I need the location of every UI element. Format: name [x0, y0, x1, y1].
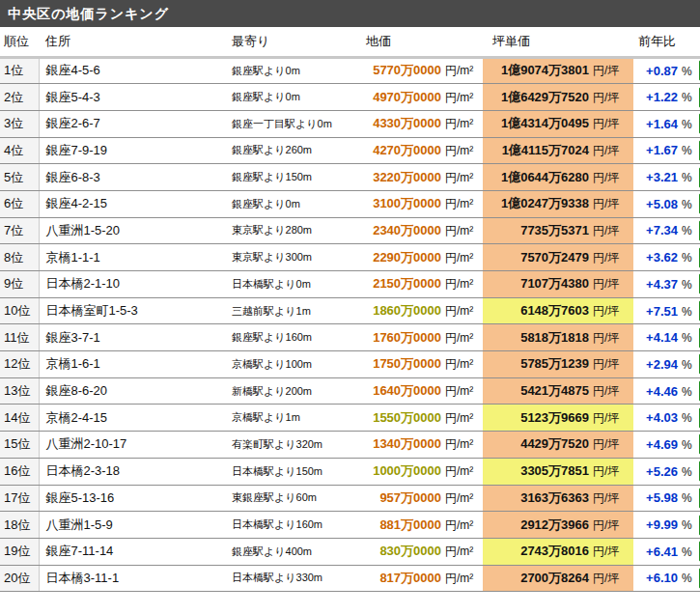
yoy-cell: +1.22% [633, 84, 697, 111]
price-value: 3100万0000 [373, 196, 441, 210]
price-unit: 円/m² [441, 223, 480, 239]
column-header-yoy: 前年比 [633, 27, 697, 57]
station-cell: 銀座一丁目駅より0m [228, 110, 350, 137]
rank-cell: 4位 [0, 137, 39, 164]
price-value: 4330万0000 [373, 116, 441, 130]
tsubo-unit: 円/坪 [589, 250, 624, 266]
tsubo-value: 5421万4875 [520, 383, 589, 398]
yoy-cell: +4.69% [633, 432, 697, 459]
yoy-cell: +4.03% [633, 405, 697, 432]
tsubo-unit: 円/坪 [589, 436, 624, 453]
rank-cell: 15位 [0, 432, 39, 459]
yoy-unit: % [678, 171, 693, 184]
station-cell: 東京駅より300m [228, 244, 350, 271]
yoy-value: +3.62 [646, 250, 678, 265]
tsubo-cell: 3305万7851円/坪 [483, 458, 633, 485]
yoy-value: +6.10 [646, 571, 678, 585]
tsubo-cell: 7107万4380円/坪 [483, 271, 633, 298]
tsubo-value: 5123万9669 [520, 410, 589, 425]
tsubo-value: 1億4115万7024 [502, 143, 589, 157]
price-cell: 3220万0000円/m² [350, 164, 483, 191]
yoy-unit: % [678, 572, 693, 585]
yoy-value: +4.37 [646, 277, 678, 292]
yoy-cell: +4.46% [633, 377, 697, 405]
address-cell: 八重洲2-10-17 [39, 432, 228, 459]
tsubo-cell: 2912万3966円/坪 [483, 512, 633, 539]
yoy-value: +4.14 [646, 330, 678, 345]
tsubo-cell: 1億4314万0495円/坪 [483, 110, 633, 137]
tsubo-value: 5818万1818 [520, 330, 589, 345]
yoy-cell: +4.14% [633, 324, 697, 351]
tsubo-unit: 円/坪 [589, 143, 624, 159]
price-unit: 円/m² [441, 303, 480, 320]
price-cell: 3100万0000円/m² [350, 190, 483, 217]
tsubo-cell: 5818万1818円/坪 [483, 324, 633, 351]
table-row: 12位 京橋1-6-1 京橋駅より100m 1750万0000円/m² 5785… [0, 351, 700, 378]
price-cell: 4270万0000円/m² [350, 137, 483, 164]
station-cell: 銀座駅より0m [228, 84, 350, 111]
land-price-table: 順位 住所 最寄り 地価 坪単価 前年比 1位 銀座4-5-6 銀座駅より0m … [0, 27, 700, 592]
tsubo-value: 2700万8264 [520, 571, 589, 585]
station-cell: 日本橋駅より160m [228, 512, 350, 539]
table-row: 14位 京橋2-4-15 京橋駅より1m 1550万0000円/m² 5123万… [0, 405, 700, 432]
tsubo-unit: 円/坪 [589, 330, 624, 347]
price-cell: 830万0000円/m² [350, 538, 483, 565]
yoy-unit: % [678, 385, 693, 399]
rank-cell: 2位 [0, 84, 39, 111]
yoy-unit: % [678, 224, 693, 237]
yoy-value: +5.26 [646, 464, 678, 479]
tsubo-unit: 円/坪 [589, 276, 624, 293]
tsubo-unit: 円/坪 [589, 63, 624, 79]
tsubo-cell: 1億6429万7520円/坪 [483, 84, 633, 111]
tsubo-unit: 円/坪 [589, 463, 624, 480]
price-value: 957万0000 [379, 490, 441, 505]
yoy-value: +5.98 [646, 490, 678, 505]
rank-cell: 3位 [0, 110, 39, 137]
table-row: 8位 京橋1-1-1 東京駅より300m 2290万0000円/m² 7570万… [0, 244, 700, 271]
price-unit: 円/m² [441, 490, 480, 507]
tsubo-value: 4429万7520 [520, 436, 589, 451]
address-cell: 日本橋3-11-1 [39, 565, 228, 592]
yoy-cell: +5.98% [633, 485, 697, 512]
station-cell: 銀座駅より0m [228, 57, 350, 84]
rank-cell: 11位 [0, 324, 39, 351]
yoy-cell: +1.64% [633, 110, 697, 137]
tsubo-value: 1億9074万3801 [501, 63, 589, 77]
table-row: 5位 銀座6-8-3 銀座駅より150m 3220万0000円/m² 1億064… [0, 164, 700, 191]
tsubo-cell: 5785万1239円/坪 [483, 351, 633, 378]
address-cell: 日本橋室町1-5-3 [39, 297, 228, 324]
rank-cell: 8位 [0, 244, 39, 271]
price-unit: 円/m² [441, 196, 480, 212]
yoy-unit: % [678, 518, 693, 532]
rank-cell: 14位 [0, 405, 39, 432]
tsubo-cell: 7570万2479円/坪 [483, 244, 633, 271]
station-cell: 京橋駅より100m [228, 351, 350, 378]
yoy-value: +1.22 [646, 90, 678, 104]
yoy-unit: % [678, 411, 693, 425]
price-value: 2340万0000 [373, 223, 441, 237]
tsubo-unit: 円/坪 [589, 517, 624, 534]
station-cell: 日本橋駅より330m [228, 565, 350, 592]
price-unit: 円/m² [441, 90, 480, 106]
tsubo-value: 2743万8016 [520, 544, 589, 558]
address-cell: 京橋2-4-15 [39, 405, 228, 432]
rank-cell: 5位 [0, 164, 39, 191]
table-row: 17位 銀座5-13-16 東銀座駅より60m 957万0000円/m² 316… [0, 485, 700, 512]
table-row: 19位 銀座7-11-14 銀座駅より400m 830万0000円/m² 274… [0, 538, 700, 565]
address-cell: 京橋1-1-1 [39, 244, 228, 271]
yoy-unit: % [678, 358, 693, 372]
tsubo-value: 1億6429万7520 [501, 90, 589, 104]
price-cell: 4330万0000円/m² [350, 110, 483, 137]
table-row: 7位 八重洲1-5-20 東京駅より280m 2340万0000円/m² 773… [0, 217, 700, 244]
price-cell: 1750万0000円/m² [350, 351, 483, 378]
price-value: 817万0000 [379, 571, 441, 585]
table-header-row: 順位 住所 最寄り 地価 坪単価 前年比 [0, 27, 700, 57]
tsubo-cell: 5123万9669円/坪 [483, 405, 633, 432]
price-cell: 2150万0000円/m² [350, 271, 483, 298]
tsubo-unit: 円/坪 [589, 383, 624, 400]
price-unit: 円/m² [441, 170, 480, 186]
price-cell: 1550万0000円/m² [350, 405, 483, 432]
rank-cell: 19位 [0, 538, 39, 565]
tsubo-value: 3163万6363 [520, 490, 589, 505]
price-value: 5770万0000 [373, 63, 441, 77]
